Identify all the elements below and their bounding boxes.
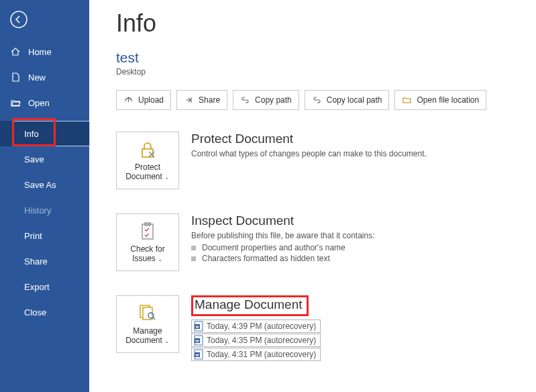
inspect-section: Check for Issues⌄ Inspect Document Befor… [116, 213, 513, 271]
tutorial-highlight: Manage Document [191, 295, 309, 316]
share-button[interactable]: Share [176, 90, 227, 110]
nav-label: Save [24, 154, 44, 164]
link-icon [312, 95, 322, 105]
autorecovery-item[interactable]: W Today, 4:39 PM (autorecovery) [191, 320, 321, 333]
tile-label: Check for Issues⌄ [130, 244, 164, 264]
section-desc: Before publishing this file, be aware th… [191, 231, 513, 240]
nav-export[interactable]: Export [0, 274, 89, 299]
document-mag-icon [136, 303, 159, 324]
protect-section: Protect Document⌄ Protect Document Contr… [116, 132, 513, 189]
svg-rect-5 [143, 307, 152, 320]
document-location: Desktop [116, 67, 513, 77]
nav-label: Save As [24, 180, 56, 190]
svg-text:W: W [195, 353, 199, 357]
nav-label: Print [24, 231, 42, 241]
back-arrow-icon [9, 10, 28, 29]
open-location-button[interactable]: Open file location [394, 90, 486, 110]
section-title: Manage Document [195, 297, 303, 311]
autorecovery-item[interactable]: W Today, 4:31 PM (autorecovery) [191, 348, 321, 361]
svg-rect-2 [142, 224, 153, 239]
autorecovery-list: W Today, 4:39 PM (autorecovery) W Today,… [191, 320, 513, 362]
manage-document-tile[interactable]: Manage Document⌄ [116, 295, 179, 353]
open-folder-icon [9, 97, 21, 109]
protect-document-tile[interactable]: Protect Document⌄ [116, 132, 179, 189]
share-icon [184, 95, 194, 105]
svg-text:W: W [195, 325, 199, 329]
section-title: Protect Document [191, 132, 513, 146]
check-issues-tile[interactable]: Check for Issues⌄ [116, 213, 179, 271]
section-title: Inspect Document [191, 213, 513, 228]
nav-label: Close [24, 307, 46, 317]
word-doc-icon: W [194, 335, 203, 346]
action-bar: Upload Share Copy path Copy local path O… [116, 90, 513, 110]
page-title: Info [116, 9, 513, 38]
new-doc-icon [9, 71, 21, 83]
issues-list: Document properties and author's name Ch… [191, 243, 513, 263]
nav-label: Info [24, 129, 39, 139]
nav-close[interactable]: Close [0, 299, 89, 325]
autorecovery-item[interactable]: W Today, 4:35 PM (autorecovery) [191, 334, 321, 347]
nav-label: Share [24, 256, 48, 266]
nav-home[interactable]: Home [0, 39, 89, 64]
upload-icon [123, 95, 133, 105]
svg-rect-1 [142, 149, 153, 157]
nav-print[interactable]: Print [0, 223, 89, 248]
nav-history: History [0, 197, 89, 223]
manage-section: Manage Document⌄ Manage Document W Today… [116, 295, 513, 362]
nav-label: Home [28, 47, 52, 57]
nav-label: Open [28, 98, 50, 108]
home-icon [9, 46, 21, 58]
nav-label: Export [24, 282, 50, 292]
lock-icon [137, 140, 158, 160]
word-doc-icon: W [194, 349, 203, 360]
chevron-down-icon: ⌄ [164, 338, 170, 344]
main-panel: Info test Desktop Upload Share Copy path… [89, 0, 536, 392]
upload-button[interactable]: Upload [116, 90, 171, 110]
chevron-down-icon: ⌄ [158, 256, 163, 262]
nav-open[interactable]: Open [0, 90, 89, 115]
svg-point-0 [11, 11, 27, 28]
link-icon [240, 95, 250, 105]
nav-save[interactable]: Save [0, 146, 89, 172]
checklist-icon [137, 222, 158, 242]
tile-label: Protect Document⌄ [125, 162, 170, 182]
nav-label: History [24, 205, 51, 215]
back-button[interactable] [0, 0, 37, 39]
folder-icon [402, 95, 412, 105]
document-title: test [116, 50, 513, 66]
nav-save-as[interactable]: Save As [0, 172, 89, 197]
nav-info[interactable]: Info [0, 121, 89, 146]
nav-new[interactable]: New [0, 64, 89, 90]
svg-text:W: W [195, 339, 199, 343]
nav-list: Home New Open Info Save Save As History … [0, 39, 89, 325]
tile-label: Manage Document⌄ [125, 326, 170, 346]
copy-local-path-button[interactable]: Copy local path [305, 90, 390, 110]
nav-label: New [28, 72, 46, 83]
word-doc-icon: W [194, 321, 203, 332]
chevron-down-icon: ⌄ [164, 174, 170, 181]
section-desc: Control what types of changes people can… [191, 149, 513, 158]
nav-share[interactable]: Share [0, 248, 89, 274]
backstage-sidebar: Home New Open Info Save Save As History … [0, 0, 89, 392]
copy-path-button[interactable]: Copy path [233, 90, 299, 110]
